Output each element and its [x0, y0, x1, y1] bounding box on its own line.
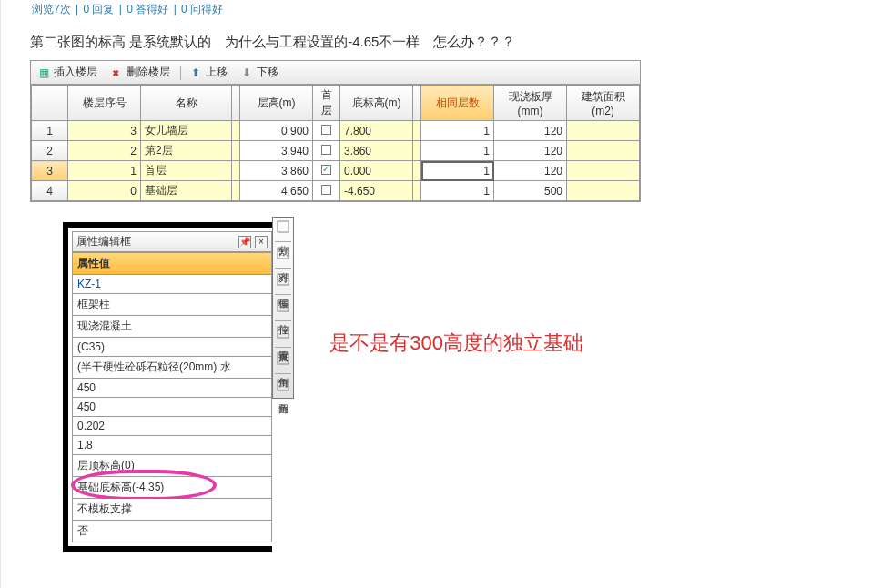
cell-name[interactable]: 第2层 — [141, 141, 232, 161]
cell-bottom[interactable]: 0.000 — [340, 161, 413, 181]
cell-same[interactable]: 1 — [421, 181, 494, 201]
close-icon[interactable]: × — [255, 236, 268, 248]
col-first[interactable]: 首层 — [313, 86, 340, 121]
svg-rect-5 — [278, 353, 289, 364]
col-same[interactable]: 相同层数 — [421, 86, 494, 121]
row-index[interactable]: 3 — [32, 161, 68, 181]
svg-rect-2 — [278, 274, 289, 285]
cell-same[interactable]: 1 — [421, 161, 494, 181]
cell-first-checkbox[interactable] — [313, 121, 340, 141]
svg-rect-4 — [278, 327, 289, 338]
side-tool-icon[interactable] — [276, 219, 290, 234]
cell-height[interactable]: 0.900 — [240, 121, 313, 141]
cell-name[interactable]: 女儿墙层 — [141, 121, 232, 141]
insert-icon — [39, 66, 52, 79]
property-row[interactable]: 框架柱 — [72, 294, 272, 316]
property-row[interactable]: 450 — [72, 398, 272, 417]
cell-first-checkbox[interactable] — [313, 161, 340, 181]
cell-area[interactable] — [567, 161, 640, 181]
cell-name[interactable]: 首层 — [141, 161, 232, 181]
post-meta: 浏览7次 | 0 回复 | 0 答得好 | 0 问得好 — [30, 2, 881, 17]
svg-rect-3 — [278, 300, 289, 311]
property-row[interactable]: KZ-1 — [72, 275, 272, 294]
row-index[interactable]: 4 — [32, 181, 68, 201]
property-row[interactable]: 基础底标高(-4.35) — [72, 477, 272, 499]
svg-rect-0 — [278, 221, 289, 232]
table-row[interactable]: 13女儿墙层0.9007.8001120 — [32, 121, 640, 141]
col-bottom[interactable]: 底标高(m) — [340, 86, 413, 121]
row-index[interactable]: 2 — [32, 141, 68, 161]
property-header-row: 属性值 — [72, 252, 272, 275]
cell-seq[interactable]: 1 — [68, 161, 141, 181]
delete-floor-button[interactable]: 删除楼层 — [107, 63, 175, 82]
property-panel-header[interactable]: 属性编辑框 📌 × — [72, 231, 272, 252]
cell-height[interactable]: 3.940 — [240, 141, 313, 161]
svg-rect-6 — [278, 380, 289, 390]
answer-text: 是不是有300高度的独立基础 — [329, 329, 583, 357]
floor-toolbar: 插入楼层 删除楼层 ⬆上移 ⬇下移 — [31, 61, 640, 85]
toolbar-separator — [180, 66, 181, 80]
cell-seq[interactable]: 3 — [68, 121, 141, 141]
side-tool-icon[interactable] — [276, 325, 290, 340]
col-height[interactable]: 层高(m) — [240, 86, 313, 121]
cell-first-checkbox[interactable] — [313, 141, 340, 161]
move-down-button[interactable]: ⬇下移 — [238, 63, 283, 82]
side-tool-icon[interactable] — [276, 299, 290, 313]
side-toolbar: 分割对齐偏移拉伸设置夹点倒角圆角 — [272, 217, 294, 399]
cell-area[interactable] — [567, 141, 640, 161]
delete-icon — [112, 66, 125, 79]
cell-name[interactable]: 基础层 — [141, 181, 232, 201]
col-area[interactable]: 建筑面积(m2) — [567, 86, 640, 121]
col-thickness[interactable]: 现浇板厚(mm) — [494, 86, 567, 121]
cell-area[interactable] — [567, 181, 640, 201]
property-row[interactable]: 450 — [72, 379, 272, 398]
col-seq[interactable]: 楼层序号 — [68, 86, 141, 121]
property-row[interactable]: 1.8 — [72, 436, 272, 455]
svg-rect-1 — [278, 248, 289, 259]
property-panel-title: 属性编辑框 — [76, 234, 131, 249]
cell-height[interactable]: 3.860 — [240, 161, 313, 181]
property-panel-screenshot: 属性编辑框 📌 × 属性值 KZ-1框架柱现浇混凝土(C35)(半干硬性砼砾石粒… — [63, 222, 272, 552]
cell-bottom[interactable]: 3.860 — [340, 141, 413, 161]
cell-bottom[interactable]: -4.650 — [340, 181, 413, 201]
arrow-up-icon: ⬆ — [191, 66, 204, 79]
cell-same[interactable]: 1 — [421, 141, 494, 161]
property-row[interactable]: 层顶标高(0) — [72, 455, 272, 477]
side-tool-icon[interactable] — [276, 246, 290, 260]
property-row[interactable]: 现浇混凝土 — [72, 316, 272, 338]
col-name[interactable]: 名称 — [141, 86, 232, 121]
cell-thickness[interactable]: 120 — [494, 121, 567, 141]
cell-first-checkbox[interactable] — [313, 181, 340, 201]
table-row[interactable]: 40基础层4.650-4.6501500 — [32, 181, 640, 201]
insert-floor-button[interactable]: 插入楼层 — [35, 63, 102, 82]
cell-same[interactable]: 1 — [421, 121, 494, 141]
table-row[interactable]: 22第2层3.9403.8601120 — [32, 141, 640, 161]
cell-seq[interactable]: 2 — [68, 141, 141, 161]
cell-height[interactable]: 4.650 — [240, 181, 313, 201]
side-tool-icon[interactable] — [276, 351, 290, 366]
property-row[interactable]: 0.202 — [72, 417, 272, 436]
cell-thickness[interactable]: 120 — [494, 161, 567, 181]
cell-seq[interactable]: 0 — [68, 181, 141, 201]
cell-thickness[interactable]: 500 — [494, 181, 567, 201]
cell-thickness[interactable]: 120 — [494, 141, 567, 161]
property-row[interactable]: 否 — [72, 521, 272, 542]
cell-area[interactable] — [567, 121, 640, 141]
floor-table-frame: 插入楼层 删除楼层 ⬆上移 ⬇下移 楼层序号 名称 层高(m) 首层 底标高(m… — [30, 60, 641, 202]
side-tool-icon[interactable] — [276, 378, 290, 392]
move-up-button[interactable]: ⬆上移 — [187, 63, 232, 82]
table-row[interactable]: 31首层3.8600.0001120 — [32, 161, 640, 181]
row-index[interactable]: 1 — [32, 121, 68, 141]
side-tool-icon[interactable] — [276, 272, 290, 287]
question-title: 第二张图的标高 是系统默认的 为什么与工程设置的-4.65不一样 怎么办？？？ — [30, 34, 881, 51]
property-row[interactable]: (C35) — [72, 338, 272, 357]
arrow-down-icon: ⬇ — [242, 66, 255, 79]
property-row[interactable]: 不模板支撑 — [72, 499, 272, 521]
cell-bottom[interactable]: 7.800 — [340, 121, 413, 141]
floor-table[interactable]: 楼层序号 名称 层高(m) 首层 底标高(m) 相同层数 现浇板厚(mm) 建筑… — [31, 85, 640, 201]
property-row[interactable]: (半干硬性砼砾石粒径(20mm) 水 — [72, 357, 272, 379]
pin-icon[interactable]: 📌 — [238, 236, 251, 248]
